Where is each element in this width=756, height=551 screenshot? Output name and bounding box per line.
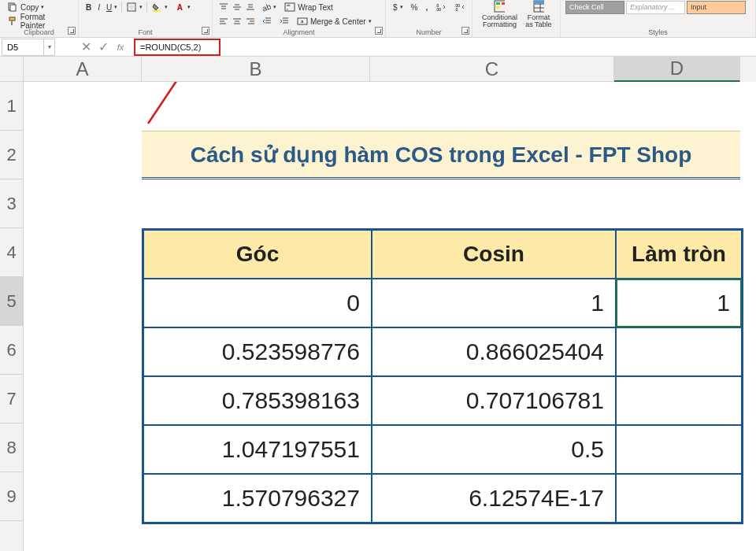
row-headers: 1 2 3 4 5 6 7 8 9 xyxy=(0,57,24,551)
cell-b8[interactable]: 1.047197551 xyxy=(143,425,372,474)
conditional-formatting-button[interactable]: Conditional Formatting xyxy=(477,0,522,28)
cell-d9[interactable] xyxy=(616,474,742,523)
dollar-icon: $ xyxy=(393,3,398,12)
dropdown-caret-icon: ▾ xyxy=(41,4,44,10)
align-top-button[interactable] xyxy=(217,2,230,13)
fill-color-button[interactable]: ▾ xyxy=(149,1,170,13)
row-header-5[interactable]: 5 xyxy=(0,277,23,326)
styles-group-label: Styles xyxy=(648,28,668,36)
cell-c6[interactable]: 0.866025404 xyxy=(372,327,616,376)
underline-button[interactable]: U▾ xyxy=(104,2,120,13)
percent-format-button[interactable]: % xyxy=(409,2,421,13)
ribbon: Copy ▾ Format Painter Clipboard B I U▾ ▾ xyxy=(0,0,756,38)
wrap-text-icon: abc xyxy=(284,2,295,13)
cell-b7[interactable]: 0.785398163 xyxy=(143,376,372,425)
orientation-button[interactable]: ab▾ xyxy=(260,2,279,13)
formula-input[interactable]: =ROUND(C5,2) xyxy=(134,39,220,56)
cell-c9[interactable]: 6.12574E-17 xyxy=(372,474,616,523)
align-center-button[interactable] xyxy=(231,16,243,27)
formula-confirm-button[interactable]: ✓ xyxy=(98,42,109,53)
table-header-cosin[interactable]: Cosin xyxy=(372,230,616,279)
cell-c7[interactable]: 0.707106781 xyxy=(372,376,616,425)
svg-rect-7 xyxy=(153,10,161,12)
column-headers: A B C D xyxy=(24,57,756,82)
format-as-table-button[interactable]: Format as Table xyxy=(522,0,555,28)
clipboard-dialog-launcher[interactable] xyxy=(68,27,76,35)
svg-text:.00: .00 xyxy=(435,7,441,11)
svg-rect-44 xyxy=(496,6,500,9)
cell-d7[interactable] xyxy=(616,376,742,425)
align-right-button[interactable] xyxy=(244,16,257,27)
accounting-format-button[interactable]: $▾ xyxy=(391,2,406,13)
clipboard-group-label: Clipboard xyxy=(24,28,54,36)
font-group-label: Font xyxy=(138,28,152,36)
cell-c5[interactable]: 1 xyxy=(372,279,616,327)
borders-button[interactable]: ▾ xyxy=(124,1,145,13)
x-icon: ✕ xyxy=(81,39,91,54)
cell-style-input[interactable]: Input xyxy=(687,1,746,14)
svg-rect-42 xyxy=(496,2,500,5)
conditional-formatting-label: Conditional Formatting xyxy=(480,14,520,28)
col-header-c[interactable]: C xyxy=(370,57,614,82)
formula-bar: D5 ▾ ✕ ✓ fx =ROUND(C5,2) xyxy=(0,38,756,57)
decrease-decimal-button[interactable]: .00.0 xyxy=(452,2,468,12)
col-header-b[interactable]: B xyxy=(142,57,370,82)
align-bottom-button[interactable] xyxy=(244,2,257,13)
select-all-corner[interactable] xyxy=(0,57,23,82)
title-banner[interactable]: Cách sử dụng hàm COS trong Excel - FPT S… xyxy=(142,131,740,179)
paintbrush-icon xyxy=(7,16,18,27)
number-dialog-launcher[interactable] xyxy=(461,27,469,35)
svg-rect-49 xyxy=(534,1,544,4)
cell-b6[interactable]: 0.523598776 xyxy=(143,327,372,376)
separator xyxy=(121,2,122,13)
horizontal-align-group xyxy=(217,16,257,27)
italic-button[interactable]: I xyxy=(95,2,102,13)
cell-d6[interactable] xyxy=(616,327,742,376)
font-dialog-launcher[interactable] xyxy=(202,27,209,35)
row-header-4[interactable]: 4 xyxy=(0,228,23,277)
row-header-7[interactable]: 7 xyxy=(0,375,23,423)
spreadsheet-grid: 1 2 3 4 5 6 7 8 9 A B C D Cách sử dụng h… xyxy=(0,57,756,551)
cell-c8[interactable]: 0.5 xyxy=(372,425,616,474)
row-header-2[interactable]: 2 xyxy=(0,131,23,179)
row-header-3[interactable]: 3 xyxy=(0,179,23,228)
bucket-icon xyxy=(151,2,162,13)
cell-style-explanatory[interactable]: Explanatory ... xyxy=(626,1,685,14)
alignment-dialog-launcher[interactable] xyxy=(375,27,383,35)
increase-indent-button[interactable] xyxy=(277,17,291,26)
col-header-a[interactable]: A xyxy=(24,57,142,82)
insert-function-button[interactable]: fx xyxy=(115,42,126,53)
align-left-button[interactable] xyxy=(217,16,230,27)
name-box[interactable]: D5 xyxy=(2,39,44,56)
svg-text:c: c xyxy=(287,7,288,11)
row-header-8[interactable]: 8 xyxy=(0,423,23,472)
borders-icon xyxy=(126,2,137,13)
name-box-dropdown[interactable]: ▾ xyxy=(44,39,55,56)
decrease-indent-button[interactable] xyxy=(260,17,274,26)
cell-style-check-cell[interactable]: Check Cell xyxy=(565,1,624,14)
svg-text:.0: .0 xyxy=(454,7,458,11)
merge-center-button[interactable]: a Merge & Center ▾ xyxy=(295,15,374,28)
increase-decimal-button[interactable]: .0.00 xyxy=(433,2,449,12)
row-header-6[interactable]: 6 xyxy=(0,326,23,375)
conditional-formatting-icon xyxy=(494,1,505,12)
bold-button[interactable]: B xyxy=(83,2,94,13)
row-header-9[interactable]: 9 xyxy=(0,472,23,521)
table-header-round[interactable]: Làm tròn xyxy=(616,230,742,279)
copy-icon xyxy=(7,2,18,13)
wrap-text-button[interactable]: abc Wrap Text xyxy=(282,1,335,13)
comma-format-button[interactable]: , xyxy=(423,2,430,13)
svg-text:a: a xyxy=(301,19,304,24)
row-header-1[interactable]: 1 xyxy=(0,82,23,131)
cell-d5[interactable]: 1 xyxy=(616,279,742,327)
cell-d8[interactable] xyxy=(616,425,742,474)
font-color-button[interactable]: A ▾ xyxy=(172,1,193,13)
col-header-d[interactable]: D xyxy=(614,57,740,82)
merge-icon: a xyxy=(297,16,308,27)
percent-icon: % xyxy=(411,3,418,12)
align-middle-button[interactable] xyxy=(231,2,243,13)
table-header-goc[interactable]: Góc xyxy=(143,230,372,279)
cell-b5[interactable]: 0 xyxy=(143,279,372,327)
cell-b9[interactable]: 1.570796327 xyxy=(143,474,372,523)
formula-cancel-button[interactable]: ✕ xyxy=(80,42,91,53)
